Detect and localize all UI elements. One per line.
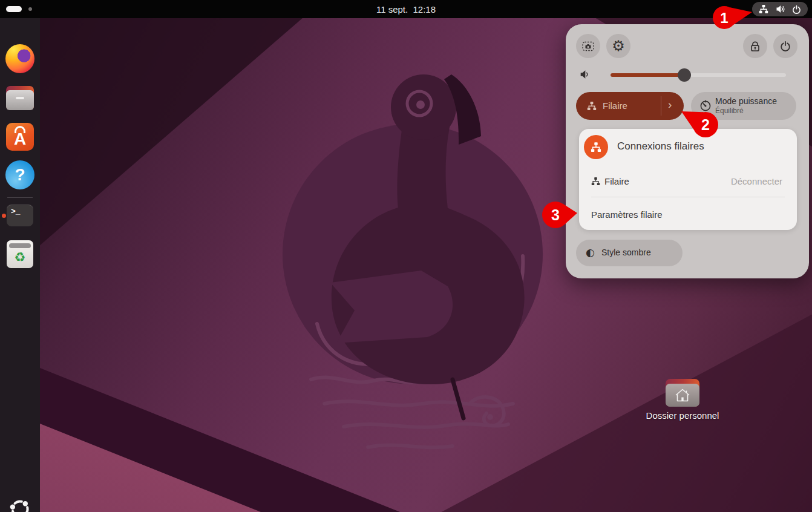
submenu-divider [591, 197, 785, 197]
ubuntu-logo-icon [8, 497, 32, 512]
power-icon [792, 5, 801, 14]
network-wired-icon [591, 177, 600, 188]
home-folder-icon [666, 379, 699, 407]
dock-item-show-apps[interactable] [8, 497, 32, 512]
volume-slider[interactable] [611, 73, 786, 77]
app-center-icon: A [6, 123, 34, 151]
network-wired-icon [591, 142, 601, 153]
wired-network-toggle[interactable]: Filaire › [576, 92, 684, 120]
desktop-screen: 11 sept. 12:18 [0, 0, 812, 512]
power-mode-title: Mode puissance [715, 96, 777, 106]
dock-item-help[interactable]: ? [5, 160, 34, 189]
screenshot-button[interactable] [576, 34, 600, 58]
quick-settings-panel: ⚙ [566, 24, 809, 278]
volume-icon [776, 4, 785, 14]
desktop-icon-home-folder[interactable]: Dossier personnel [634, 379, 731, 421]
power-mode-subtitle: Équilibré [715, 107, 744, 115]
dock: A ? >_ ♻ [0, 18, 40, 512]
dock-item-firefox[interactable] [5, 44, 34, 73]
home-folder-label: Dossier personnel [634, 410, 731, 421]
files-folder-icon [6, 86, 34, 110]
dock-separator [7, 197, 33, 198]
screenshot-icon [582, 41, 594, 51]
volume-slider-fill [611, 73, 684, 77]
dock-item-app-center[interactable]: A [6, 123, 34, 151]
help-icon: ? [5, 160, 34, 189]
trash-icon: ♻ [7, 240, 33, 268]
top-bar: 11 sept. 12:18 [0, 0, 812, 18]
wired-toggle-separator [661, 96, 661, 116]
dock-item-files[interactable] [6, 86, 34, 110]
system-tray[interactable] [752, 2, 808, 16]
wired-settings-item[interactable]: Paramètres filaire [591, 208, 782, 222]
volume-row [576, 68, 798, 82]
disconnect-button[interactable]: Déconnecter [731, 176, 782, 186]
recycle-icon: ♻ [7, 249, 33, 265]
power-mode-toggle[interactable]: Mode puissance Équilibré [691, 92, 796, 120]
dock-item-trash[interactable]: ♻ [7, 240, 33, 268]
wired-settings-label: Paramètres filaire [591, 209, 663, 220]
dark-mode-icon: ◐ [586, 248, 595, 258]
wired-network-badge [584, 135, 608, 159]
submenu-title: Connexions filaires [617, 140, 704, 153]
gear-icon: ⚙ [612, 39, 625, 53]
chevron-right-icon[interactable]: › [668, 98, 672, 111]
firefox-icon [5, 44, 34, 73]
gauge-icon [699, 100, 712, 114]
submenu-header: Connexions filaires [584, 135, 790, 159]
settings-button[interactable]: ⚙ [606, 34, 630, 58]
volume-slider-knob[interactable] [678, 68, 691, 82]
connection-name: Filaire [604, 176, 629, 186]
wired-connections-submenu: Connexions filaires Filaire Déconnecter [579, 129, 797, 230]
network-wired-icon [759, 4, 768, 14]
house-icon [674, 387, 691, 403]
running-indicator-dot [2, 214, 6, 218]
lock-button[interactable] [743, 34, 767, 58]
lock-icon [750, 41, 761, 52]
dock-item-terminal[interactable]: >_ [7, 205, 33, 226]
clock[interactable]: 11 sept. 12:18 [0, 0, 812, 18]
power-icon [780, 41, 791, 51]
wired-toggle-label: Filaire [603, 100, 627, 111]
terminal-icon: >_ [7, 205, 33, 226]
wired-connection-row[interactable]: Filaire Déconnecter [591, 174, 782, 189]
dark-style-toggle[interactable]: ◐ Style sombre [576, 240, 683, 266]
network-wired-icon [587, 101, 597, 113]
puffin-emblem [240, 64, 591, 451]
dark-style-label: Style sombre [601, 248, 651, 257]
power-button[interactable] [773, 34, 797, 58]
speaker-icon [580, 69, 591, 82]
